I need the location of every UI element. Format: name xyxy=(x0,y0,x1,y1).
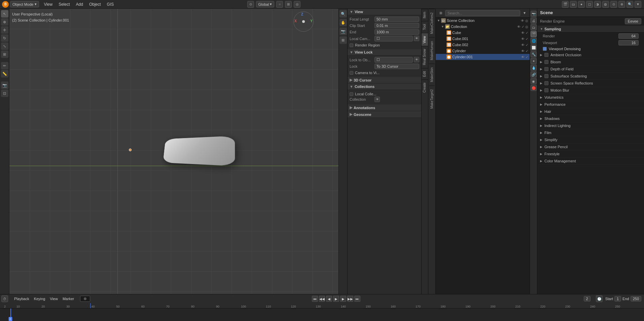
tl-menu-marker[interactable]: Marker xyxy=(61,296,76,301)
select-tool[interactable]: ↖ xyxy=(1,10,8,18)
outliner-scene-collection[interactable]: ▼ 🗂 Scene Collection 👁 ◎ xyxy=(436,18,530,24)
outliner-collection[interactable]: ▼ 📁 Collection 👁 ✓ ◎ xyxy=(436,24,530,30)
scale-tool[interactable]: ⤡ xyxy=(1,42,8,50)
shading-wire[interactable]: ◻ xyxy=(586,1,593,8)
annotate-tool[interactable]: ✏ xyxy=(1,62,8,69)
view-lock-header[interactable]: ▼ View Lock xyxy=(348,49,421,56)
camera-to-view-check[interactable] xyxy=(350,71,353,75)
physics-props-btn[interactable]: 💧 xyxy=(531,65,537,71)
world-props-btn[interactable]: 🌐 xyxy=(531,38,537,44)
outliner-filter-icon[interactable]: ⊞ xyxy=(438,10,444,16)
coll-excl-btn[interactable]: ✓ xyxy=(522,25,524,29)
search-btn[interactable]: 🔍 xyxy=(627,1,633,8)
ao-check[interactable] xyxy=(544,53,548,57)
particles-props-btn[interactable]: ✦ xyxy=(531,58,537,64)
dof-check[interactable] xyxy=(544,67,548,71)
prev-frame-btn[interactable]: ◀ xyxy=(326,296,332,302)
tab-tool[interactable]: Tool xyxy=(422,21,428,33)
local-cam-eye[interactable]: 👁 xyxy=(414,36,419,41)
view-layer-icon[interactable]: 🗂 xyxy=(570,1,577,8)
view-layer-props-btn[interactable]: 🗂 xyxy=(531,24,537,30)
next-frame-btn[interactable]: ▶ xyxy=(340,296,346,302)
shadows-section[interactable]: ▶ Shadows xyxy=(537,115,644,122)
modifier-props-btn[interactable]: 🔧 xyxy=(531,51,537,57)
scene-props-btn[interactable]: 🎬 xyxy=(531,31,537,37)
cylinder001-vis-btn[interactable]: 👁 xyxy=(521,55,525,59)
cube-vis-btn[interactable]: 👁 xyxy=(521,31,525,35)
gizmo-x-label[interactable]: X xyxy=(294,19,297,23)
empty-tool[interactable]: ⊡ xyxy=(1,90,8,97)
depth-of-field-section[interactable]: ▶ Depth of Field xyxy=(537,66,644,73)
jump-to-start-btn[interactable]: ⏮ xyxy=(312,296,318,302)
tab-edit[interactable]: Edit xyxy=(422,68,428,79)
performance-section[interactable]: ▶ Performance xyxy=(537,101,644,108)
menu-select[interactable]: Select xyxy=(56,1,72,7)
timeline-icon[interactable]: ⏱ xyxy=(1,295,8,302)
gizmo-z-label[interactable]: Z xyxy=(301,12,303,16)
transform-tool[interactable]: ⊞ xyxy=(1,51,8,58)
overlays-btn[interactable]: ⊙ xyxy=(610,1,617,8)
cube001-excl-btn[interactable]: ✓ xyxy=(526,37,528,41)
hair-section[interactable]: ▶ Hair xyxy=(537,108,644,115)
cursor-tool[interactable]: ⊕ xyxy=(1,18,8,26)
color-management-section[interactable]: ▶ Color Management xyxy=(537,158,644,165)
object-props-btn[interactable]: ⬜ xyxy=(531,44,537,51)
render-props-btn[interactable]: 📷 xyxy=(531,11,537,17)
move-tool[interactable]: ✛ xyxy=(1,26,8,34)
cube-excl-btn[interactable]: ✓ xyxy=(526,31,528,35)
timeline-track[interactable]: 2 xyxy=(0,309,644,321)
rotate-tool[interactable]: ↻ xyxy=(1,34,8,42)
outliner-cylinder[interactable]: ⬤ Cylinder 👁 ✓ xyxy=(436,48,530,54)
pan-btn[interactable]: ✋ xyxy=(339,19,347,26)
local-cam-check[interactable]: ☐ xyxy=(374,36,413,41)
tl-menu-view[interactable]: View xyxy=(48,296,60,301)
cube001-vis-btn[interactable]: 👁 xyxy=(521,37,525,41)
tab-maketarget2[interactable]: MakeTarget2 xyxy=(429,86,435,112)
lock-to-obj-eye[interactable]: 👁 xyxy=(414,57,419,62)
current-frame-value[interactable]: 2 xyxy=(584,296,591,301)
shading-solid[interactable]: ● xyxy=(578,1,585,8)
menu-gis[interactable]: GIS xyxy=(104,1,117,7)
prev-keyframe-btn[interactable]: ◀◀ xyxy=(319,296,325,302)
blender-logo[interactable]: B xyxy=(2,1,9,8)
sampling-header[interactable]: ▼ Sampling xyxy=(537,26,644,33)
gizmo-y-label[interactable]: Y xyxy=(310,19,313,23)
outliner-filter-btn[interactable]: ▼ xyxy=(522,10,528,16)
scene-coll-vis-btn[interactable]: 👁 xyxy=(521,19,524,23)
tab-view[interactable]: View xyxy=(422,33,428,46)
viewport-sample-value[interactable]: 16 xyxy=(618,40,639,45)
shading-material[interactable]: ◑ xyxy=(594,1,601,8)
next-keyframe-btn[interactable]: ▶▶ xyxy=(347,296,353,302)
output-props-btn[interactable]: 🖨 xyxy=(531,18,537,24)
jump-to-end-btn[interactable]: ⏭ xyxy=(354,296,360,302)
data-props-btn[interactable]: ◉ xyxy=(531,78,537,84)
cube002-vis-btn[interactable]: 👁 xyxy=(521,43,525,47)
viewport[interactable]: User Perspective (Local) (2) Scene Colle… xyxy=(9,9,347,294)
mb-check[interactable] xyxy=(544,88,548,92)
outliner-cube[interactable]: ⬜ Cube 👁 ✓ xyxy=(436,30,530,36)
outliner-cube001[interactable]: ⬜ Cube.001 👁 ✓ xyxy=(436,36,530,42)
filter-btn[interactable]: ▼ xyxy=(635,1,641,8)
snapping-icon[interactable]: ◎ xyxy=(294,1,300,8)
grease-pencil-section[interactable]: ▶ Grease Pencil xyxy=(537,143,644,151)
focal-length-value[interactable]: 50 mm xyxy=(374,17,419,22)
scene-coll-sel-btn[interactable]: ◎ xyxy=(525,19,528,23)
ambient-occlusion-section[interactable]: ▶ Ambient Occlusion xyxy=(537,52,644,59)
tab-makeskin[interactable]: MakeSkin xyxy=(429,64,435,86)
start-frame-value[interactable]: 1 xyxy=(614,296,621,301)
bloom-check[interactable] xyxy=(544,60,548,64)
menu-view[interactable]: View xyxy=(41,1,55,7)
cursor-3d-header[interactable]: ▶ 3D Cursor xyxy=(348,77,421,84)
lock-value[interactable]: To 3D Cursor xyxy=(374,64,419,69)
simplify-section[interactable]: ▶ Simplify xyxy=(537,136,644,143)
play-btn[interactable]: ▶ xyxy=(333,296,339,302)
shading-rendered[interactable]: ◍ xyxy=(602,1,609,8)
clip-start-value[interactable]: 0.01 m xyxy=(374,23,419,28)
proportional-icon[interactable]: ○ xyxy=(276,1,283,8)
tl-menu-playback[interactable]: Playback xyxy=(12,296,31,301)
outliner-cylinder001[interactable]: ⬤ Cylinder.001 👁 ✓ xyxy=(436,54,530,60)
render-sample-value[interactable]: 64 xyxy=(618,33,639,39)
tab-create[interactable]: Create xyxy=(422,79,428,95)
cylinder-excl-btn[interactable]: ✓ xyxy=(526,49,528,53)
snap-selector[interactable]: Global ▾ xyxy=(256,1,275,7)
